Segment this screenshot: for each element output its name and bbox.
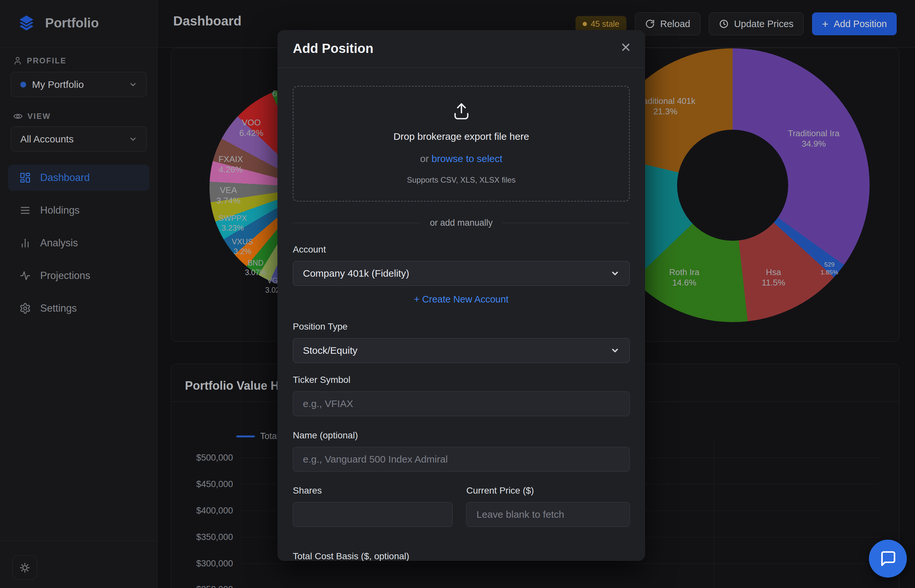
create-new-account-link[interactable]: + Create New Account <box>278 294 645 305</box>
upload-icon <box>451 101 472 123</box>
file-dropzone[interactable]: Drop brokerage export file here or brows… <box>293 86 630 202</box>
position-type-select[interactable]: Stock/Equity <box>293 338 630 363</box>
ticker-symbol-label: Ticker Symbol <box>293 375 350 385</box>
close-icon[interactable]: × <box>621 39 631 55</box>
ticker-symbol-input[interactable] <box>293 391 630 416</box>
account-select-value: Company 401k (Fidelity) <box>303 268 610 279</box>
add-position-modal: Add Position × Drop brokerage export fil… <box>278 30 645 561</box>
chat-bubble-icon <box>879 550 897 567</box>
or-add-manually-divider: or add manually <box>293 218 630 228</box>
chevron-down-icon <box>610 346 619 355</box>
position-type-select-value: Stock/Equity <box>303 345 610 356</box>
account-select[interactable]: Company 401k (Fidelity) <box>293 261 630 286</box>
shares-label: Shares <box>293 485 322 496</box>
current-price-label: Current Price ($) <box>466 485 534 496</box>
chat-button[interactable] <box>869 540 907 578</box>
browse-to-select-link[interactable]: browse to select <box>432 153 503 164</box>
name-label: Name (optional) <box>293 430 358 441</box>
account-label: Account <box>293 244 326 255</box>
current-price-input[interactable] <box>466 502 630 527</box>
shares-input[interactable] <box>293 502 453 527</box>
position-type-label: Position Type <box>293 321 348 332</box>
dropzone-line2: or browse to select <box>293 153 629 164</box>
modal-title: Add Position <box>293 41 373 56</box>
chevron-down-icon <box>610 269 619 278</box>
name-input[interactable] <box>293 447 630 472</box>
dropzone-line1: Drop brokerage export file here <box>293 131 629 142</box>
modal-divider <box>278 68 645 68</box>
total-cost-basis-label: Total Cost Basis ($, optional) <box>293 551 409 561</box>
dropzone-or-text: or <box>420 153 432 164</box>
dropzone-supported-files: Supports CSV, XLS, XLSX files <box>293 175 629 184</box>
or-add-manually-label: or add manually <box>430 218 493 228</box>
